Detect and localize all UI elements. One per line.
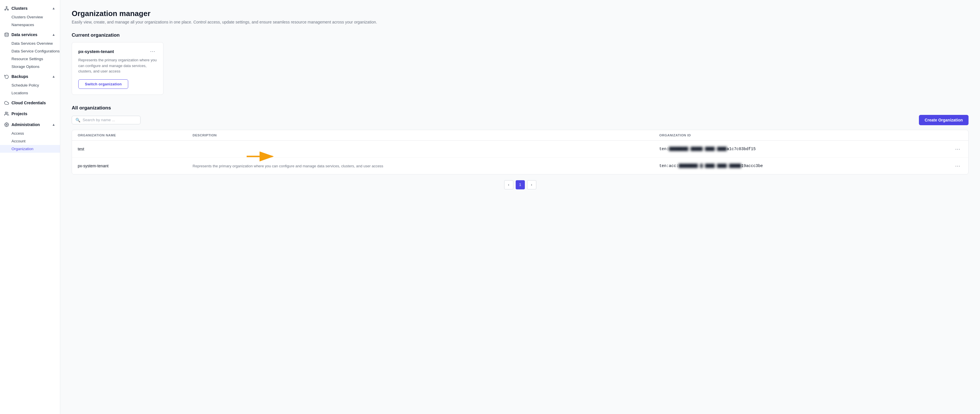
org-description-text: Represents the primary organization wher… [193, 164, 383, 168]
org-id-blurred: ████████ █ ████ ████ █████ [679, 163, 741, 168]
row-actions-cell: ⋯ [919, 140, 968, 157]
sidebar-item-storage-options[interactable]: Storage Options [0, 63, 60, 70]
sidebar-item-locations[interactable]: Locations [0, 89, 60, 97]
sidebar-section-title-administration: Administration [11, 122, 40, 127]
organizations-table: ORGANIZATION NAME DESCRIPTION ORGANIZATI… [72, 130, 968, 174]
sidebar-section-header-clusters[interactable]: Clusters ▲ [0, 3, 60, 13]
row-menu-button[interactable]: ⋯ [953, 162, 963, 169]
search-icon: 🔍 [75, 118, 80, 122]
pagination: ‹ 1 › [72, 174, 969, 195]
row-menu-button[interactable]: ⋯ [953, 146, 963, 152]
sidebar-item-data-services-overview[interactable]: Data Services Overview [0, 40, 60, 47]
org-id-suffix: a1c7c03bdf15 [727, 147, 756, 151]
sidebar-section-cloud-credentials: Cloud Credentials [0, 98, 60, 108]
org-id-cell: ten:████████ █████ ████ ████a1c7c03bdf15 [654, 140, 919, 157]
sidebar-item-data-service-configurations[interactable]: Data Service Configurations [0, 47, 60, 55]
table-body: test ten:████████ █████ ████ ████a1c7c03… [72, 140, 968, 174]
sidebar-section-administration: Administration ▲ Access Account Organiza… [0, 120, 60, 153]
col-description: DESCRIPTION [187, 130, 654, 141]
svg-point-6 [5, 33, 8, 34]
sidebar-section-title-backups: Backups [11, 74, 28, 79]
col-org-name: ORGANIZATION NAME [72, 130, 187, 141]
sidebar-item-clusters-overview[interactable]: Clusters Overview [0, 13, 60, 21]
data-services-icon [4, 32, 9, 37]
sidebar-item-access[interactable]: Access [0, 130, 60, 137]
organizations-table-container: ORGANIZATION NAME DESCRIPTION ORGANIZATI… [72, 130, 969, 174]
sidebar-item-account[interactable]: Account [0, 137, 60, 145]
pagination-page-1-button[interactable]: 1 [515, 180, 525, 189]
pagination-next-button[interactable]: › [527, 180, 536, 189]
cloud-credentials-icon [4, 100, 9, 105]
backups-icon [4, 74, 9, 79]
table-row: px-system-tenant Represents the primary … [72, 157, 968, 174]
sidebar: Clusters ▲ Clusters Overview Namespaces … [0, 0, 60, 414]
org-card-header: px-system-tenant ⋯ [78, 48, 157, 54]
current-org-description: Represents the primary organization wher… [78, 57, 157, 74]
org-name-cell: px-system-tenant [72, 157, 187, 174]
sidebar-section-clusters: Clusters ▲ Clusters Overview Namespaces [0, 3, 60, 29]
all-orgs-header: All organizations [72, 105, 969, 111]
sidebar-section-title-clusters: Clusters [11, 6, 27, 11]
chevron-up-icon-clusters: ▲ [52, 6, 55, 10]
sidebar-section-data-services: Data services ▲ Data Services Overview D… [0, 30, 60, 70]
create-organization-button[interactable]: Create Organization [919, 115, 969, 125]
sidebar-section-title-projects: Projects [11, 111, 27, 116]
sidebar-section-header-administration[interactable]: Administration ▲ [0, 120, 60, 130]
svg-point-7 [5, 112, 6, 113]
sidebar-section-title-data-services: Data services [11, 32, 37, 37]
main-content: Organization manager Easily view, create… [60, 0, 980, 414]
page-title: Organization manager [72, 9, 969, 18]
chevron-up-icon-backups: ▲ [52, 75, 55, 78]
org-description-cell: Represents the primary organization wher… [187, 157, 654, 174]
search-input[interactable] [83, 118, 137, 122]
switch-organization-button[interactable]: Switch organization [78, 79, 128, 89]
current-org-name: px-system-tenant [78, 49, 114, 54]
org-id-blurred: ████████ █████ ████ ████ [669, 147, 727, 151]
sidebar-section-header-data-services[interactable]: Data services ▲ [0, 30, 60, 40]
sidebar-section-backups: Backups ▲ Schedule Policy Locations [0, 71, 60, 97]
row-actions-cell: ⋯ [919, 157, 968, 174]
search-box[interactable]: 🔍 [72, 116, 140, 124]
sidebar-section-header-cloud-credentials[interactable]: Cloud Credentials [0, 98, 60, 108]
current-org-menu-button[interactable]: ⋯ [148, 48, 157, 54]
current-org-heading: Current organization [72, 32, 969, 38]
sidebar-section-projects: Projects [0, 109, 60, 119]
sidebar-item-schedule-policy[interactable]: Schedule Policy [0, 81, 60, 89]
projects-icon [4, 111, 9, 116]
table-row: test ten:████████ █████ ████ ████a1c7c03… [72, 140, 968, 157]
all-orgs-heading: All organizations [72, 105, 111, 111]
current-org-card: px-system-tenant ⋯ Represents the primar… [72, 42, 164, 95]
administration-icon [4, 122, 9, 127]
sidebar-section-title-cloud-credentials: Cloud Credentials [11, 101, 46, 105]
org-id-cell: ten:acc:████████ █ ████ ████ █████19accc… [654, 157, 919, 174]
sidebar-item-resource-settings[interactable]: Resource Settings [0, 55, 60, 63]
org-id-prefix: ten:acc: [659, 163, 679, 168]
sidebar-section-header-backups[interactable]: Backups ▲ [0, 71, 60, 81]
sidebar-item-organization[interactable]: Organization [0, 145, 60, 153]
svg-point-8 [6, 124, 7, 125]
chevron-up-icon-administration: ▲ [52, 123, 55, 127]
clusters-icon [4, 6, 9, 11]
sidebar-item-namespaces[interactable]: Namespaces [0, 21, 60, 29]
col-org-id: ORGANIZATION ID [654, 130, 919, 141]
chevron-up-icon-data-services: ▲ [52, 33, 55, 36]
table-header: ORGANIZATION NAME DESCRIPTION ORGANIZATI… [72, 130, 968, 141]
org-id-prefix: ten: [659, 147, 669, 151]
pagination-prev-button[interactable]: ‹ [504, 180, 513, 189]
org-description-cell [187, 140, 654, 157]
org-name-cell: test [72, 140, 187, 157]
org-id-suffix: 19accc3be [741, 163, 763, 168]
sidebar-section-header-projects[interactable]: Projects [0, 109, 60, 119]
page-subtitle: Easily view, create, and manage all your… [72, 20, 969, 24]
